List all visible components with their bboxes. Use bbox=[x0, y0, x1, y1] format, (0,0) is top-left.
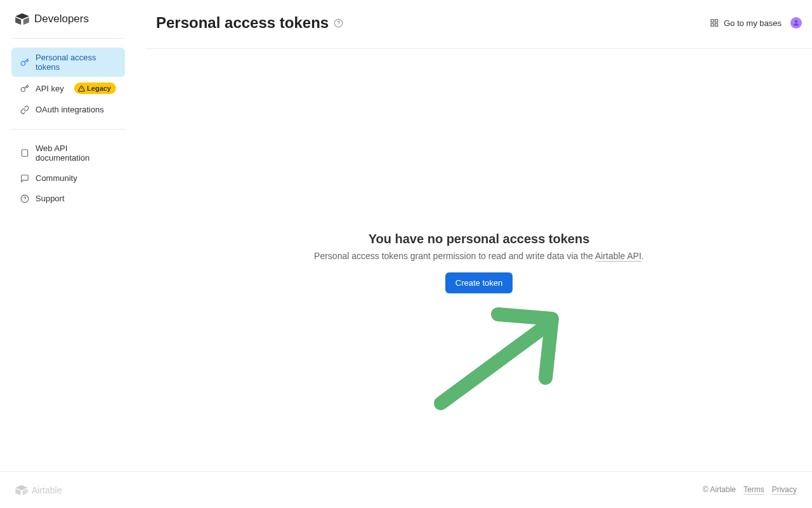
avatar[interactable] bbox=[790, 17, 802, 29]
empty-state: You have no personal access tokens Perso… bbox=[276, 232, 682, 293]
brand-name: Developers bbox=[34, 13, 89, 25]
airtable-logo-icon bbox=[15, 13, 29, 25]
svg-rect-5 bbox=[711, 23, 714, 26]
divider bbox=[11, 129, 125, 130]
help-circle-icon[interactable] bbox=[334, 18, 343, 28]
nav-label: API key bbox=[36, 84, 64, 93]
sidebar-item-docs[interactable]: Web API documentation bbox=[11, 138, 125, 168]
person-icon bbox=[793, 19, 799, 27]
footer-terms-link[interactable]: Terms bbox=[743, 485, 764, 495]
footer-privacy-link[interactable]: Privacy bbox=[772, 485, 797, 495]
sidebar-item-oauth[interactable]: OAuth integrations bbox=[11, 100, 125, 119]
nav-label: Web API documentation bbox=[36, 144, 116, 163]
help-icon bbox=[20, 194, 29, 203]
grid-icon bbox=[710, 18, 719, 27]
link-icon bbox=[20, 105, 29, 114]
key-icon bbox=[20, 58, 29, 67]
sidebar-item-personal-tokens[interactable]: Personal access tokens bbox=[11, 48, 125, 77]
warning-icon bbox=[78, 85, 85, 92]
sidebar: Developers Personal access tokens API ke… bbox=[0, 0, 136, 508]
legacy-badge: Legacy bbox=[74, 83, 116, 94]
svg-rect-6 bbox=[715, 23, 717, 26]
page-header: Personal access tokens Go to my bases bbox=[146, 0, 812, 49]
nav-label: Personal access tokens bbox=[36, 53, 116, 72]
svg-rect-0 bbox=[22, 150, 27, 157]
empty-title: You have no personal access tokens bbox=[276, 232, 682, 246]
create-token-button[interactable]: Create token bbox=[445, 272, 513, 293]
chat-icon bbox=[20, 174, 29, 183]
divider bbox=[11, 38, 125, 39]
arrow-annotation-icon bbox=[428, 305, 568, 413]
footer-brand[interactable]: Airtable bbox=[15, 485, 62, 495]
sidebar-item-support[interactable]: Support bbox=[11, 189, 125, 208]
airtable-logo-icon bbox=[15, 485, 28, 495]
page-title: Personal access tokens bbox=[156, 14, 329, 32]
nav-label: Support bbox=[36, 194, 65, 203]
brand-logo[interactable]: Developers bbox=[0, 13, 136, 38]
empty-description: Personal access tokens grant permission … bbox=[276, 251, 682, 261]
footer: Airtable © Airtable Terms Privacy bbox=[0, 471, 812, 508]
go-to-bases-label: Go to my bases bbox=[724, 18, 782, 28]
svg-line-8 bbox=[441, 324, 549, 403]
nav-label: Community bbox=[36, 173, 77, 183]
svg-rect-3 bbox=[711, 20, 714, 22]
book-icon bbox=[20, 149, 29, 157]
svg-point-7 bbox=[795, 20, 797, 23]
main-content: Personal access tokens Go to my bases Y bbox=[146, 0, 812, 508]
sidebar-item-api-key[interactable]: API key Legacy bbox=[11, 77, 125, 99]
sidebar-item-community[interactable]: Community bbox=[11, 168, 125, 188]
go-to-bases-link[interactable]: Go to my bases bbox=[710, 18, 782, 28]
key-icon bbox=[20, 84, 29, 93]
airtable-api-link[interactable]: Airtable API bbox=[595, 251, 641, 262]
footer-copyright: © Airtable bbox=[703, 485, 736, 495]
svg-rect-4 bbox=[715, 20, 717, 22]
nav-label: OAuth integrations bbox=[36, 105, 104, 114]
